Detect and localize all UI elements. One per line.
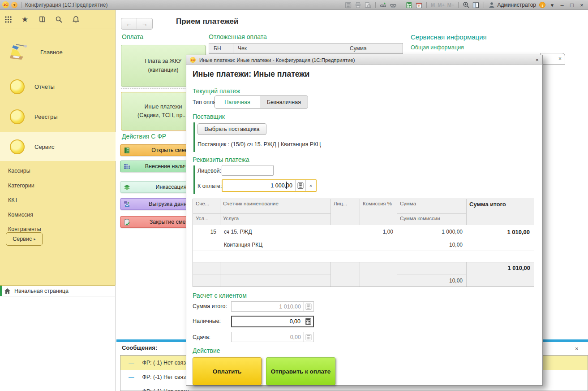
memory-add-button[interactable]: M+ xyxy=(438,2,445,8)
choose-supplier-button[interactable]: Выбрать поставщика xyxy=(197,123,266,135)
sidebar-item-reestry[interactable]: Реестры xyxy=(0,103,116,130)
col-header-usl[interactable]: Усл... xyxy=(193,214,220,225)
user-name: Администратор xyxy=(497,2,536,8)
book-icon xyxy=(123,147,131,154)
cell-commission-sum: 10,00 xyxy=(397,239,467,251)
home-icon xyxy=(4,287,11,295)
sidebar-item-glavnoe[interactable]: Главное xyxy=(0,36,116,68)
calculator-icon[interactable] xyxy=(303,317,313,326)
send-to-payment-button[interactable]: Отправить к оплате xyxy=(266,357,335,385)
calculator-icon[interactable] xyxy=(405,1,412,9)
table-row[interactable]: 15 сч 15. РЖД 1,00 1 000,00 1 010,00 xyxy=(193,225,534,239)
favorites-star-icon[interactable]: ★ xyxy=(21,15,28,24)
memory-recall-button[interactable]: M xyxy=(431,2,435,8)
calendar-icon[interactable]: 31 xyxy=(415,1,422,9)
active-tab-indicator xyxy=(0,286,2,296)
save-icon[interactable] xyxy=(344,1,352,9)
service-info-header: Сервисная информация xyxy=(411,33,487,41)
fr-actions-header: Действия С ФР xyxy=(122,133,166,140)
history-icon[interactable] xyxy=(38,16,45,23)
column-header-summa[interactable]: Сумма xyxy=(345,43,403,53)
button-label-line: Плата за ЖКУ xyxy=(145,57,181,65)
sidebar-link-kkt[interactable]: ККТ xyxy=(0,197,116,203)
pay-button[interactable]: Оплатить xyxy=(193,357,262,385)
cell-counter-num: 15 xyxy=(193,225,220,239)
table-empty-row[interactable] xyxy=(193,251,534,261)
main-menu-icon[interactable]: ▾ xyxy=(11,2,17,8)
sidebar-item-label: Реестры xyxy=(34,113,58,120)
dialog-close-button[interactable]: × xyxy=(535,56,539,63)
close-button[interactable]: × xyxy=(578,2,585,9)
other-payments-dialog: 1С Иные платежи: Иные платежи - Конфигур… xyxy=(186,55,543,386)
left-panel-empty-area xyxy=(0,296,116,391)
cell-total xyxy=(467,239,534,251)
deferred-table-header: БН Чек Сумма xyxy=(209,43,403,54)
deferred-payment-header: Отложенная оплата xyxy=(209,33,267,40)
calculator-icon xyxy=(303,302,313,311)
tab-close-icon[interactable]: × xyxy=(558,56,562,62)
col-header-commission-sum[interactable]: Сумма комиссии xyxy=(397,214,467,225)
footer-cell xyxy=(193,262,220,274)
col-header-counter-name[interactable]: Счетчик наименование xyxy=(220,199,331,214)
col-header-total[interactable]: Сумма итого xyxy=(467,199,534,225)
desk-lamp-icon xyxy=(10,42,30,63)
zoom-icon[interactable] xyxy=(463,1,470,9)
forward-button[interactable]: → xyxy=(137,18,152,29)
chevron-down-icon[interactable]: ▾ xyxy=(549,2,556,9)
sidebar-link-kategorii[interactable]: Категории xyxy=(0,182,116,189)
cash-input[interactable]: 0,00 xyxy=(231,316,314,327)
payment-type-cashless[interactable]: Безналичная xyxy=(260,96,308,108)
minimize-button[interactable]: – xyxy=(558,2,566,9)
table-row[interactable]: Квитанция РКЦ 10,00 xyxy=(193,239,534,251)
back-button[interactable]: ← xyxy=(121,18,137,29)
export-mail-icon xyxy=(123,200,131,208)
col-header-sche[interactable]: Сче... xyxy=(193,199,220,214)
message-bullet-icon: — xyxy=(129,388,134,391)
col-header-commission-pct[interactable]: Комиссия % xyxy=(360,199,397,225)
caret-right-icon: ▸ xyxy=(34,237,36,241)
footer-cell xyxy=(360,262,397,287)
change-label: Сдача: xyxy=(193,334,210,340)
service-submenu-label: Сервис xyxy=(13,236,32,242)
sidebar-link-komissiya[interactable]: Комиссия xyxy=(0,212,116,218)
sidebar-item-otchety[interactable]: Отчеты xyxy=(0,73,116,100)
col-header-usluga[interactable]: Услуга xyxy=(220,214,331,225)
column-header-bn[interactable]: БН xyxy=(209,43,233,53)
general-info-link[interactable]: Общая информация xyxy=(411,44,464,51)
cash-label: Наличные: xyxy=(193,318,221,324)
notifications-bell-icon[interactable] xyxy=(72,16,79,23)
user-menu[interactable]: Администратор xyxy=(488,1,536,9)
sidebar-item-servis[interactable]: Сервис xyxy=(0,132,116,161)
section-accent-bar xyxy=(193,122,195,152)
app-logo-icon[interactable]: 1С xyxy=(2,1,9,8)
message-text: ФР: (-1) Нет связи xyxy=(142,374,189,380)
calculator-icon xyxy=(303,332,313,342)
maximize-button[interactable]: □ xyxy=(568,2,575,9)
clipboard-check-icon xyxy=(123,218,131,226)
print-icon[interactable] xyxy=(354,1,361,9)
get-link-icon[interactable] xyxy=(380,1,387,9)
memory-subtract-button[interactable]: M− xyxy=(447,2,455,8)
info-icon[interactable]: i xyxy=(539,1,546,9)
split-view-icon[interactable] xyxy=(472,1,480,9)
all-functions-grid-icon[interactable] xyxy=(4,16,12,23)
sidebar-link-kontragenty[interactable]: Контрагенты xyxy=(0,226,116,232)
col-header-lic[interactable]: Лиц... xyxy=(331,199,360,225)
print-preview-icon[interactable] xyxy=(364,1,371,9)
search-icon[interactable] xyxy=(55,16,62,23)
total-sum-input: 1 010,00 xyxy=(231,301,314,312)
column-header-chek[interactable]: Чек xyxy=(233,43,345,53)
col-header-sum[interactable]: Сумма xyxy=(397,199,467,214)
messages-close-icon[interactable]: × xyxy=(575,345,579,352)
payment-type-cash[interactable]: Наличная xyxy=(215,96,260,108)
go-to-link-icon[interactable] xyxy=(390,1,397,9)
amount-input[interactable]: 1 000,00 xyxy=(223,182,295,189)
home-page-bar[interactable]: Начальная страница xyxy=(0,285,116,296)
sidebar-link-kassiry[interactable]: Кассиры xyxy=(0,168,116,174)
amount-clear-icon[interactable]: × xyxy=(305,180,316,191)
amount-input-group: 1 000,00 × xyxy=(222,179,317,192)
dialog-titlebar: 1С Иные платежи: Иные платежи - Конфигур… xyxy=(186,55,542,65)
account-input[interactable] xyxy=(222,165,274,176)
service-submenu-button[interactable]: Сервис ▸ xyxy=(6,232,43,246)
amount-calculator-icon[interactable] xyxy=(295,180,305,191)
